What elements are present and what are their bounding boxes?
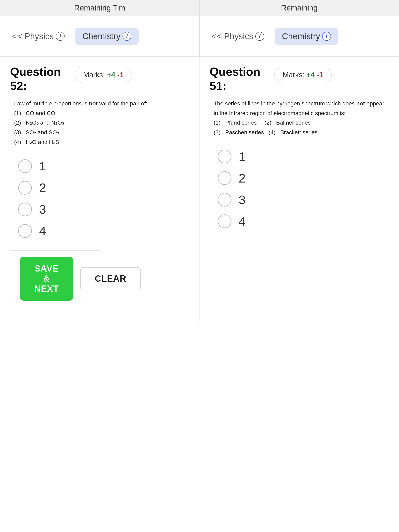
chemistry-tab-right[interactable]: Chemistry i <box>275 28 338 45</box>
left-panel: Question 52: Marks: +4 -1 Law of multipl… <box>0 57 200 321</box>
option-52-1[interactable]: 1 <box>18 159 181 173</box>
top-header-bar: Remaining Tim Remaining <box>0 0 399 16</box>
question-51-text: The series of lines in the hydrogen spec… <box>210 99 389 137</box>
bottom-action-bar: SAVE & NEXT CLEAR <box>10 250 100 313</box>
question-52-text: Law of multiple proportions is not valid… <box>10 99 189 147</box>
option-52-2[interactable]: 2 <box>18 180 181 195</box>
radio-51-1[interactable] <box>218 150 231 163</box>
question-52-options: 1 2 3 4 <box>10 155 189 242</box>
option-51-2[interactable]: 2 <box>218 171 381 185</box>
question-52-marks: Marks: +4 -1 <box>75 67 132 83</box>
option-52-3-label: 3 <box>39 202 46 216</box>
option-51-4[interactable]: 4 <box>218 214 381 228</box>
radio-52-2[interactable] <box>18 181 32 195</box>
left-subject-tabs: < < Physics i Chemistry i <box>0 16 200 56</box>
option-51-1-label: 1 <box>239 149 246 164</box>
radio-52-4[interactable] <box>18 224 32 238</box>
chemistry-info-icon-left[interactable]: i <box>123 32 131 41</box>
chemistry-tab-left[interactable]: Chemistry i <box>75 28 139 45</box>
option-52-4[interactable]: 4 <box>18 224 181 238</box>
option-51-4-label: 4 <box>239 214 246 228</box>
question-52-header: Question 52: Marks: +4 -1 <box>10 65 189 93</box>
chevron-right-icon: < <box>212 32 216 41</box>
panels-wrapper: Question 52: Marks: +4 -1 Law of multipl… <box>0 57 399 321</box>
option-51-2-label: 2 <box>239 171 246 185</box>
radio-51-3[interactable] <box>218 193 231 207</box>
option-51-3[interactable]: 3 <box>218 193 381 207</box>
radio-52-3[interactable] <box>18 203 32 216</box>
physics-tab-right[interactable]: < < Physics i <box>205 28 271 45</box>
question-51-title: Question 51: <box>210 65 266 93</box>
right-subject-tabs: < < Physics i Chemistry i <box>200 16 399 56</box>
physics-tab-left[interactable]: < < Physics i <box>5 28 72 45</box>
save-next-button[interactable]: SAVE & NEXT <box>20 257 73 301</box>
option-52-3[interactable]: 3 <box>18 202 181 216</box>
remaining-time-left: Remaining Tim <box>0 0 200 16</box>
radio-52-1[interactable] <box>18 159 32 173</box>
question-52-panel: Question 52: Marks: +4 -1 Law of multipl… <box>0 57 200 321</box>
clear-button[interactable]: CLEAR <box>80 267 141 290</box>
remaining-time-right: Remaining <box>200 0 399 16</box>
option-51-3-label: 3 <box>239 193 246 207</box>
chemistry-info-icon-right[interactable]: i <box>322 32 331 41</box>
question-51-marks: Marks: +4 -1 <box>274 67 332 83</box>
subject-tabs-row: < < Physics i Chemistry i < < Physics i … <box>0 16 399 57</box>
question-51-header: Question 51: Marks: +4 -1 <box>210 65 389 93</box>
chevron-left-icon: < <box>12 32 16 41</box>
radio-51-4[interactable] <box>218 215 231 228</box>
physics-info-icon-left[interactable]: i <box>56 32 65 41</box>
physics-info-icon-right[interactable]: i <box>255 32 264 41</box>
option-52-4-label: 4 <box>39 224 46 238</box>
option-52-1-label: 1 <box>39 159 46 173</box>
right-panel: Question 51: Marks: +4 -1 The series of … <box>200 57 399 321</box>
option-51-1[interactable]: 1 <box>218 149 381 164</box>
radio-51-2[interactable] <box>218 171 231 185</box>
question-51-options: 1 2 3 4 <box>210 145 389 233</box>
question-52-title: Question 52: <box>10 65 67 93</box>
option-52-2-label: 2 <box>39 180 46 195</box>
question-51-panel: Question 51: Marks: +4 -1 The series of … <box>200 57 399 321</box>
